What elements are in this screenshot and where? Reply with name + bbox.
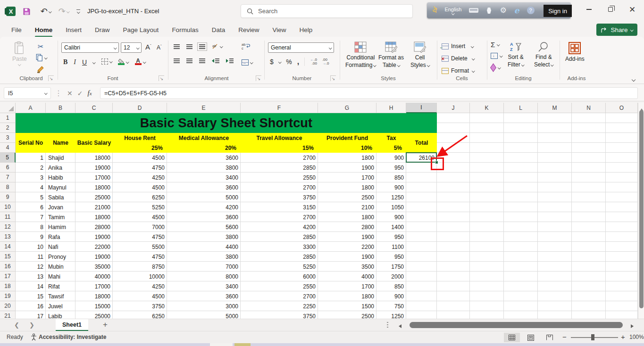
cell-value[interactable]: 3750 [241,311,318,319]
cell-value[interactable]: 1800 [318,212,376,222]
cell-value[interactable]: 35000 [75,262,113,272]
cell-name[interactable]: Habib [46,173,75,182]
column-header-G[interactable]: G [318,103,376,113]
cell-value[interactable]: 25000 [75,192,113,202]
cell-name[interactable]: Hamim [46,222,75,232]
row-header-8[interactable]: 8 [0,182,16,192]
cell-value[interactable]: 4000 [318,272,376,281]
row-header-2[interactable]: 2 [0,123,16,133]
cell-name[interactable]: Rafa [46,232,75,242]
cell-value[interactable]: 2550 [241,173,318,182]
cell-value[interactable]: 8750 [113,262,167,272]
cell-value[interactable]: 900 [376,182,406,192]
sign-in-button[interactable]: Sign in [544,5,572,17]
cell-value[interactable]: 5000 [167,311,241,319]
cell-serial[interactable]: 8 [16,222,46,232]
zoom-in-button[interactable]: + [621,333,625,341]
redo-button[interactable]: ↷ [56,6,72,17]
cell-value[interactable]: 2500 [318,311,376,319]
customize-qat-icon[interactable] [73,6,84,17]
cell-value[interactable]: 750 [376,301,406,311]
cell-name[interactable]: Anika [46,163,75,173]
cell-value[interactable]: 3750 [241,192,318,202]
row-header-14[interactable]: 14 [0,242,16,252]
delete-cells-button[interactable]: ✕Delete [442,53,474,64]
cell-value[interactable]: 2100 [318,202,376,212]
column-header-O[interactable]: O [606,103,638,113]
cell-value[interactable]: 2800 [318,222,376,232]
paste-button[interactable]: Paste [12,41,27,66]
cell-value[interactable]: 5250 [241,262,318,272]
cell-value[interactable]: 3600 [167,182,241,192]
cell-value[interactable]: 900 [376,212,406,222]
cell-value[interactable]: 1900 [318,252,376,262]
increase-font-icon[interactable]: Aˆ [145,43,151,51]
cell-name[interactable]: Shajid [46,153,75,163]
cell-value[interactable]: 4750 [113,163,167,173]
align-bottom-icon[interactable] [199,44,205,49]
cell-serial[interactable]: 13 [16,272,46,281]
column-header-M[interactable]: M [538,103,572,113]
align-center-icon[interactable] [186,58,192,63]
cell-value[interactable]: 3750 [113,301,167,311]
increase-decimal-button[interactable]: ←.0.00 [310,58,317,66]
italic-button[interactable]: I [74,58,76,66]
cell-value[interactable]: 2700 [241,182,318,192]
cell-value[interactable]: 28000 [75,222,113,232]
cell-value[interactable]: 2700 [241,291,318,301]
cell-serial[interactable]: 7 [16,212,46,222]
decrease-font-icon[interactable]: Aˇ [157,44,162,51]
tab-data[interactable]: Data [207,25,230,35]
tabbar-resize-handle[interactable] [387,322,388,329]
clear-button[interactable] [491,65,501,70]
cell-name[interactable]: Nafi [46,242,75,252]
tab-file[interactable]: File [7,25,26,35]
decrease-indent-icon[interactable] [212,58,219,63]
cell-serial[interactable]: 9 [16,232,46,242]
cell-value[interactable]: 18000 [75,182,113,192]
row-header-17[interactable]: 17 [0,272,16,281]
sort-filter-button[interactable]: AZ Sort & Filter [508,41,524,68]
cell-value[interactable]: 2850 [241,163,318,173]
column-header-H[interactable]: H [376,103,406,113]
cell-styles-button[interactable]: Cell Styles [410,41,429,68]
increase-indent-icon[interactable] [226,58,234,63]
bold-button[interactable]: B [63,58,67,66]
cell-value[interactable]: 900 [376,291,406,301]
row-header-5[interactable]: 5 [0,153,16,163]
row-header-18[interactable]: 18 [0,281,16,291]
cell-value[interactable]: 900 [376,153,406,163]
cell-value[interactable]: 22000 [75,242,113,252]
cell-value[interactable]: 1750 [376,262,406,272]
confirm-formula-icon[interactable]: ✓ [77,90,83,97]
spreadsheet-grid[interactable]: ABCDEFGHIJKLMNO1234567891011121314151617… [0,103,638,319]
percent-format-button[interactable]: % [286,58,292,66]
cell-value[interactable]: 1500 [318,301,376,311]
cell-value[interactable]: 18000 [75,291,113,301]
row-header-6[interactable]: 6 [0,163,16,173]
cell-name[interactable]: Juwel [46,301,75,311]
cell-value[interactable]: 3800 [167,163,241,173]
close-button[interactable]: ✕ [621,0,643,19]
page-break-view-button[interactable] [542,333,558,342]
cell-serial[interactable]: 12 [16,262,46,272]
insert-function-icon[interactable]: fx [87,89,92,97]
cell-value[interactable]: 4200 [167,202,241,212]
cell-value[interactable]: 950 [376,232,406,242]
cell-value[interactable]: 1900 [318,232,376,242]
cell-serial[interactable]: 3 [16,173,46,182]
cell-value[interactable]: 3600 [167,153,241,163]
row-header-3[interactable]: 3 [0,133,16,143]
tab-review[interactable]: Review [234,25,264,35]
tab-view[interactable]: View [268,25,291,35]
horizontal-scrollbar[interactable] [405,322,627,328]
cell-serial[interactable]: 10 [16,242,46,252]
cell-serial[interactable]: 1 [16,153,46,163]
cell-value[interactable]: 1700 [318,173,376,182]
align-middle-icon[interactable] [186,44,192,49]
number-format-combo[interactable]: General [268,42,334,53]
addins-button[interactable]: Add-ins [565,41,585,62]
cell-value[interactable]: 4500 [113,212,167,222]
comma-format-button[interactable]: , [297,58,299,66]
column-header-A[interactable]: A [16,103,46,113]
